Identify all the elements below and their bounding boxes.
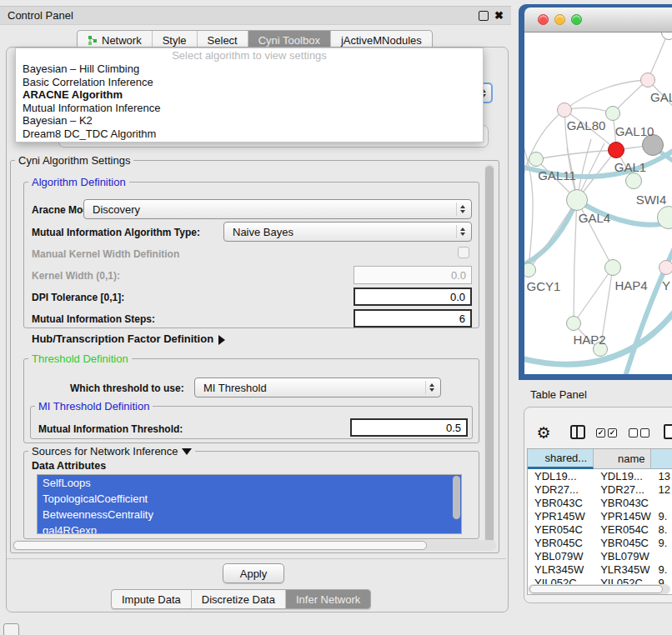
attribute-item[interactable]: BetweennessCentrality	[38, 507, 461, 522]
minimized-panel-icon[interactable]	[3, 623, 19, 635]
node-label: GAL80	[561, 118, 611, 132]
node-label: GAL1	[605, 160, 655, 174]
collapse-down-icon	[182, 448, 192, 455]
node-label: Y	[662, 278, 672, 292]
algorithm-option[interactable]: Mutual Information Inference	[16, 102, 483, 115]
attribute-item[interactable]: SelfLoops	[38, 475, 461, 491]
minimize-traffic-light-icon[interactable]	[554, 14, 565, 25]
node-table: shared... name YDL19...YDL19...13 YDR27.…	[527, 448, 672, 595]
tab-infer-network[interactable]: Infer Network	[285, 590, 370, 608]
spinner-arrows-icon	[425, 381, 440, 393]
gear-icon[interactable]: ⚙	[535, 424, 552, 441]
algorithm-option-selected[interactable]: ARACNE Algorithm	[16, 88, 483, 102]
kernel-width-field: 0.0	[354, 266, 472, 284]
hub-definition-toggle[interactable]: Hub/Transcription Factor Definition	[32, 332, 225, 345]
node-label: HAP2	[564, 332, 614, 347]
kernel-width-label: Kernel Width (0,1):	[32, 270, 120, 282]
algorithm-definition-title: Algorithm Definition	[28, 176, 129, 188]
table-row[interactable]: YDL19...YDL19...13	[528, 469, 672, 482]
sources-group-toggle[interactable]: Sources for Network Inference	[28, 445, 195, 458]
algorithm-option[interactable]: Bayesian – Hill Climbing	[16, 62, 483, 76]
mi-steps-field[interactable]: 6	[354, 309, 472, 328]
table-header-row: shared... name	[528, 449, 672, 469]
network-window-titlebar[interactable]	[524, 8, 672, 32]
mi-threshold-label: Mutual Information Threshold:	[38, 423, 183, 435]
zoom-traffic-light-icon[interactable]	[571, 14, 582, 25]
spinner-arrows-icon	[456, 225, 471, 238]
which-threshold-combobox[interactable]: MI Threshold	[194, 378, 441, 398]
data-attributes-label: Data Attributes	[32, 460, 106, 472]
node-label: SWI4	[626, 192, 672, 207]
mi-threshold-definition-title: MI Threshold Definition	[35, 400, 153, 412]
table-row[interactable]: YBR045CYBR045C9.	[528, 536, 672, 549]
algorithm-option[interactable]: Dream8 DC_TDC Algorithm	[16, 128, 483, 141]
manual-kernel-width-checkbox	[458, 247, 469, 258]
divider	[7, 558, 506, 559]
node-label: GAL10	[609, 124, 659, 138]
spinner-arrows-icon	[456, 202, 471, 215]
dpi-tolerance-label: DPI Tolerance [0,1]:	[32, 292, 124, 303]
float-panel-icon[interactable]	[479, 11, 489, 21]
control-panel-titlebar: Control Panel ✖	[0, 6, 511, 25]
manual-kernel-width-label: Manual Kernel Width Definition	[32, 248, 179, 260]
apply-button[interactable]: Apply	[223, 563, 284, 583]
cyni-bottom-tabbar: Impute Data Discretize Data Infer Networ…	[111, 589, 371, 609]
dpi-tolerance-field[interactable]: 0.0	[354, 288, 472, 306]
mi-threshold-field[interactable]: 0.5	[350, 418, 468, 437]
deselect-all-checkboxes-icon[interactable]	[629, 428, 649, 438]
network-icon	[88, 35, 98, 46]
which-threshold-label: Which threshold to use:	[70, 382, 184, 394]
network-node-swi4[interactable]	[625, 172, 642, 189]
panel-title: Control Panel	[8, 9, 73, 22]
settings-group-title: Cyni Algorithm Settings	[15, 154, 133, 167]
table-row[interactable]: YBR043CYBR043C	[528, 496, 672, 509]
algorithm-option[interactable]: Basic Correlation Inference	[16, 76, 483, 89]
mi-algorithm-type-combobox[interactable]: Naive Bayes	[223, 222, 472, 242]
tab-impute-data[interactable]: Impute Data	[112, 590, 191, 608]
network-node-gal-cut[interactable]	[640, 72, 655, 88]
column-header-shared[interactable]: shared...	[528, 449, 594, 469]
node-label: HAP4	[606, 278, 656, 292]
settings-hscrollbar-thumb[interactable]	[13, 541, 427, 550]
attributes-list-scrollbar-thumb[interactable]	[453, 476, 460, 519]
algorithm-option[interactable]: Bayesian – K2	[16, 114, 483, 128]
mi-steps-label: Mutual Information Steps:	[32, 313, 155, 325]
network-node-gal1-selected[interactable]	[608, 142, 624, 158]
table-row[interactable]: YBL079WYBL079W	[528, 549, 672, 562]
aracne-mode-combobox[interactable]: Discovery	[83, 199, 472, 219]
settings-scrollbar-thumb[interactable]	[485, 166, 494, 542]
table-panel-title: Table Panel	[530, 388, 587, 401]
threshold-definition-title: Threshold Definition	[28, 352, 132, 365]
network-node-y-cut[interactable]	[659, 260, 672, 275]
node-label: GAL4	[569, 211, 619, 225]
column-header-cut[interactable]	[651, 449, 672, 469]
node-label: GAL11	[532, 168, 582, 182]
new-table-icon[interactable]	[664, 424, 672, 439]
network-node-gal80[interactable]	[557, 102, 572, 118]
network-node-gal4[interactable]	[566, 189, 588, 211]
close-traffic-light-icon[interactable]	[538, 14, 549, 25]
tab-discretize-data[interactable]: Discretize Data	[191, 590, 285, 608]
columns-icon[interactable]	[570, 425, 585, 439]
close-panel-icon[interactable]: ✖	[494, 10, 504, 21]
column-header-name[interactable]: name	[594, 449, 651, 469]
expand-right-icon	[218, 335, 225, 345]
table-row[interactable]: YDR27...YDR27...12	[528, 482, 672, 496]
table-row[interactable]: YER054CYER054C8.	[528, 522, 672, 536]
network-node-hap2[interactable]	[566, 316, 581, 331]
data-attributes-list: SelfLoops TopologicalCoefficient Between…	[37, 474, 462, 534]
network-node-gal11[interactable]	[529, 152, 544, 167]
attribute-item[interactable]: gal4RGexp	[38, 522, 461, 534]
algorithm-dropdown-list: Select algorithm to view settings Bayesi…	[15, 48, 484, 142]
node-label: GAL	[650, 90, 672, 104]
node-label: GCY1	[524, 279, 569, 293]
table-row[interactable]: YPR145WYPR145W9.	[528, 509, 672, 522]
attribute-item[interactable]: TopologicalCoefficient	[38, 491, 461, 507]
dropdown-placeholder: Select algorithm to view settings	[16, 48, 483, 62]
mi-algorithm-type-label: Mutual Information Algorithm Type:	[32, 227, 200, 238]
network-view-canvas[interactable]: GAL80 GAL10 GAL1 GAL11 SWI4 GAL4 GCY1 HA…	[524, 32, 672, 374]
select-all-checkboxes-icon[interactable]: ✓✓	[596, 428, 617, 438]
network-node-hap4[interactable]	[604, 259, 621, 276]
table-row[interactable]: YLR345WYLR345W9.	[528, 562, 672, 576]
table-hscrollbar-thumb[interactable]	[529, 585, 663, 593]
